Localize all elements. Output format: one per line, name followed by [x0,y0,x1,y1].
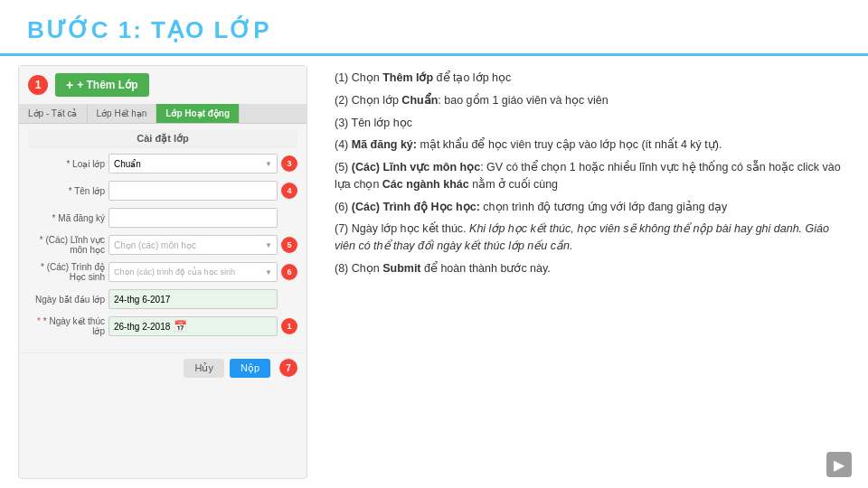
instruction-7: (7) Ngày lớp học kết thúc. Khi lớp học k… [335,221,841,255]
tab-hoat-dong[interactable]: Lớp Hoạt động [156,104,240,123]
instruction-2: (2) Chọn lớp Chuẩn: bao gồm 1 giáo viên … [335,92,841,109]
step-5-dot: 5 [281,237,297,253]
form-section: Cài đặt lớp * Loại lớp Chuẩn 3 * Tên lớp… [19,124,307,349]
linh-vuc-row: * (Các) Lĩnh vực môn học Chọn (các) môn … [28,235,297,255]
page-header: BƯỚC 1: TẠO LỚP [0,0,868,56]
cancel-button[interactable]: Hủy [184,359,223,378]
tab-tat-ca[interactable]: Lớp - Tất cả [19,104,88,123]
linh-vuc-label: * (Các) Lĩnh vực môn học [28,235,105,255]
instruction-3: (3) Tên lớp học [335,115,841,132]
ten-lop-label: * Tên lớp [28,186,105,196]
instruction-6: (6) (Các) Trình độ Học học: chọn trình đ… [335,199,841,216]
left-panel: 1 + + Thêm Lớp Lớp - Tất cả Lớp Hết hạn … [18,65,307,479]
step-6-dot: 6 [281,264,297,280]
them-lop-button[interactable]: + + Thêm Lớp [55,73,149,97]
ma-dang-ky-row: * Mã đăng ký [28,208,297,228]
right-panel: (1) Chọn Thêm lớp để tạo lớp học (2) Chọ… [326,65,850,479]
page-title: BƯỚC 1: TẠO LỚP [27,16,841,44]
ten-lop-input[interactable] [108,181,278,201]
trinh-do-row: * (Các) Trình độ Học sinh Chọn (các) trì… [28,262,297,282]
step-1-dot: 1 [281,318,297,334]
bottom-right-nav-icon[interactable]: ▶ [826,452,852,477]
date-end-input[interactable]: 26-thg 2-2018 📅 [108,316,278,336]
form-section-title: Cài đặt lớp [28,129,297,148]
step-4-dot: 4 [281,183,297,199]
submit-button[interactable]: Nộp [230,359,270,378]
step-3-dot: 3 [281,155,297,172]
instruction-5: (5) (Các) Lĩnh vực môn học: GV có thể ch… [335,159,841,193]
date-end-row: * * Ngày kết thúc lớp 26-thg 2-2018 📅 1 [28,316,297,336]
calendar-icon: 📅 [174,320,187,333]
ma-dang-ky-input[interactable] [108,208,278,228]
trinh-do-input[interactable]: Chọn (các) trình độ của học sinh [108,262,278,282]
ten-lop-row: * Tên lớp 4 [28,181,297,201]
main-content: 1 + + Thêm Lớp Lớp - Tất cả Lớp Hết hạn … [0,56,868,488]
step-1-circle: 1 [28,75,48,95]
instruction-1: (1) Chọn Thêm lớp để tạo lớp học [335,70,841,87]
tab-het-han[interactable]: Lớp Hết hạn [88,104,157,123]
plus-icon: + [66,78,73,92]
tab-bar: Lớp - Tất cả Lớp Hết hạn Lớp Hoạt động [19,104,307,124]
instruction-4: (4) Mã đăng ký: mật khẩu để học viên tru… [335,136,841,154]
date-end-label: * * Ngày kết thúc lớp [28,316,105,336]
trinh-do-label: * (Các) Trình độ Học sinh [28,262,105,282]
date-start-input[interactable]: 24-thg 6-2017 [108,289,278,309]
date-start-row: Ngày bắt đầu lớp 24-thg 6-2017 [28,289,297,309]
loai-lop-label: * Loại lớp [28,159,105,169]
linh-vuc-input[interactable]: Chọn (các) môn học [108,235,278,255]
form-bottom: Hủy Nộp 7 [19,352,307,383]
loai-lop-input[interactable]: Chuẩn [108,154,278,174]
step-7-dot: 7 [279,359,297,377]
form-top-bar: 1 + + Thêm Lớp [19,66,307,104]
instruction-8: (8) Chọn Submit để hoàn thành bước này. [335,260,841,277]
ma-dang-ky-label: * Mã đăng ký [28,213,105,223]
loai-lop-row: * Loại lớp Chuẩn 3 [28,154,297,174]
date-start-label: Ngày bắt đầu lớp [28,295,105,305]
